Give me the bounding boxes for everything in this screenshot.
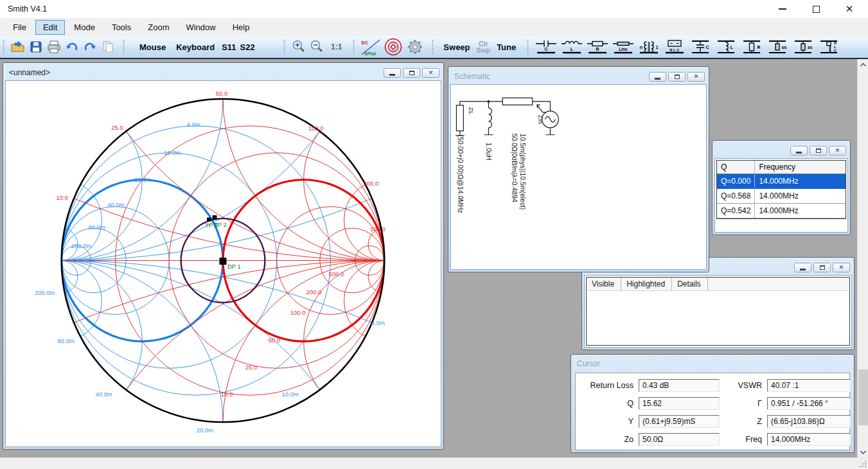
cursor-field-value[interactable]: (0.61+j9.59)mS bbox=[639, 415, 720, 428]
cursor-field-value[interactable]: 0.43 dB bbox=[639, 379, 720, 392]
details-table-body[interactable] bbox=[587, 291, 849, 345]
shunt-rlc-button[interactable]: RLC bbox=[816, 37, 842, 57]
zoom-1-1-button[interactable]: 1:1 bbox=[326, 42, 347, 51]
datapoints-column-q[interactable]: Q bbox=[717, 161, 755, 174]
svg-text:1.0uH: 1.0uH bbox=[485, 143, 492, 161]
close-button[interactable]: ✕ bbox=[833, 263, 850, 272]
close-button[interactable]: ✕ bbox=[687, 72, 705, 82]
smith-chart-window: <unnamed> ✕ 10.025.050.0100.0200.0500.01… bbox=[3, 62, 444, 450]
svg-text:100.0: 100.0 bbox=[290, 309, 306, 316]
scroll-up-button[interactable] bbox=[858, 59, 868, 70]
datapoints-table[interactable]: QFrequency Q=0.00014.000MHzQ=0.56814.000… bbox=[717, 161, 846, 218]
svg-text:C: C bbox=[834, 49, 837, 53]
copy-button[interactable] bbox=[99, 38, 117, 56]
transmission-line-button[interactable]: Line bbox=[610, 37, 636, 57]
svg-text:DP 1: DP 1 bbox=[227, 263, 241, 270]
menu-edit[interactable]: Edit bbox=[35, 20, 65, 35]
cursor-field-value[interactable]: 15.62 bbox=[639, 397, 720, 410]
menu-zoom[interactable]: Zoom bbox=[140, 20, 177, 35]
details-column-details[interactable]: Details bbox=[672, 278, 708, 290]
cursor-field-value[interactable]: 0.951 / -51.266 ° bbox=[767, 397, 851, 410]
minimize-button[interactable] bbox=[775, 2, 790, 16]
maximize-button[interactable] bbox=[809, 2, 823, 16]
cursor-field-value[interactable]: (6.65-j103.86)Ω bbox=[767, 415, 851, 428]
datapoints-window-titlebar[interactable]: ✕ bbox=[714, 143, 848, 158]
save-button[interactable] bbox=[27, 38, 45, 56]
status-bar bbox=[0, 457, 868, 469]
cursor-field-value[interactable]: 40.07 :1 bbox=[767, 379, 851, 392]
cursor-field-value[interactable]: 14.000MHz bbox=[767, 433, 851, 446]
series-resistor-button[interactable]: R bbox=[585, 37, 610, 57]
menu-mode[interactable]: Mode bbox=[66, 20, 103, 35]
details-table-header[interactable]: VisibleHighlightedDetails bbox=[587, 278, 849, 291]
series-rlc-button[interactable]: R L C bbox=[662, 37, 687, 57]
schematic-svg: ZL(50.00+j0.00)Ω@14.0MHz1.0uH50.0Ω|0dB/m… bbox=[451, 85, 706, 269]
menu-help[interactable]: Help bbox=[225, 20, 258, 35]
tune-button[interactable]: Tune bbox=[492, 40, 521, 55]
series-rlc-icon: R L C bbox=[664, 39, 686, 55]
s11-button[interactable]: S11 bbox=[220, 40, 238, 55]
cursor-field-value[interactable]: 50.0Ω bbox=[639, 433, 720, 446]
shunt-resistor-button[interactable]: R bbox=[739, 37, 765, 57]
menu-tools[interactable]: Tools bbox=[104, 20, 139, 35]
short-stub-button[interactable]: ss bbox=[790, 37, 816, 57]
svg-text:4.0m: 4.0m bbox=[187, 121, 200, 128]
resize-grip-icon[interactable] bbox=[859, 460, 866, 467]
series-capacitor-button[interactable]: C bbox=[533, 37, 559, 57]
short-stub-icon: ss bbox=[792, 39, 814, 55]
details-column-visible[interactable]: Visible bbox=[587, 278, 621, 290]
redo-button[interactable] bbox=[81, 38, 99, 56]
details-column-highlighted[interactable]: Highlighted bbox=[621, 278, 672, 290]
scroll-down-button[interactable] bbox=[858, 447, 868, 457]
scrollbar-thumb[interactable] bbox=[858, 369, 868, 425]
restore-button[interactable] bbox=[403, 68, 420, 78]
vertical-scrollbar[interactable] bbox=[857, 59, 868, 457]
svg-text:25.0: 25.0 bbox=[245, 364, 257, 371]
menu-window[interactable]: Window bbox=[178, 20, 223, 35]
minimize-button[interactable] bbox=[790, 146, 808, 155]
datapoint-row[interactable]: Q=0.00014.000MHz bbox=[717, 174, 846, 189]
zoom-in-button[interactable] bbox=[290, 38, 308, 56]
svg-text:80.0m: 80.0m bbox=[58, 337, 75, 344]
mouse-button[interactable]: Mouse bbox=[134, 40, 171, 55]
file-toolbar-section bbox=[0, 36, 120, 58]
series-inductor-button[interactable]: L bbox=[559, 37, 585, 57]
restore-button[interactable] bbox=[668, 72, 686, 82]
clear-sweep-button[interactable]: Clr Swp bbox=[475, 40, 492, 53]
settings-button[interactable] bbox=[404, 38, 426, 56]
restore-button[interactable] bbox=[810, 146, 827, 155]
schematic-canvas[interactable]: ZL(50.00+j0.00)Ω@14.0MHz1.0uH50.0Ω|0dB/m… bbox=[450, 84, 707, 270]
shunt-capacitor-button[interactable]: C bbox=[687, 37, 713, 57]
smith-chart-button[interactable] bbox=[382, 38, 404, 56]
undo-button[interactable] bbox=[63, 38, 81, 56]
smith-window-title: <unnamed> bbox=[9, 68, 50, 77]
schematic-window-titlebar[interactable]: Schematic ✕ bbox=[450, 69, 707, 84]
svg-text:C: C bbox=[706, 45, 709, 49]
close-button[interactable]: ✕ bbox=[422, 68, 439, 78]
keyboard-button[interactable]: Keyboard bbox=[171, 40, 220, 55]
datapoint-row[interactable]: Q=0.54214.000MHz bbox=[717, 204, 846, 218]
smith-window-titlebar[interactable]: <unnamed> ✕ bbox=[5, 65, 441, 80]
smith-chart-canvas[interactable]: 10.025.050.0100.0200.0500.010.025.050.01… bbox=[5, 80, 441, 447]
open-file-button[interactable] bbox=[9, 38, 27, 56]
sc-splot-toggle-button[interactable]: SC SPlot bbox=[359, 38, 382, 56]
restore-button[interactable] bbox=[813, 263, 831, 272]
close-button[interactable]: ✕ bbox=[829, 146, 846, 155]
chevron-up-icon bbox=[860, 62, 867, 67]
print-button[interactable] bbox=[45, 38, 63, 56]
minimize-button[interactable] bbox=[649, 72, 666, 82]
minimize-button[interactable] bbox=[794, 263, 811, 272]
s22-button[interactable]: S22 bbox=[238, 40, 257, 55]
shunt-inductor-button[interactable]: L bbox=[713, 37, 739, 57]
open-stub-button[interactable]: os bbox=[765, 37, 790, 57]
transformer-button[interactable]: n1 bbox=[636, 37, 662, 57]
datapoints-column-frequency[interactable]: Frequency bbox=[755, 161, 846, 174]
menu-file[interactable]: File bbox=[5, 20, 34, 35]
cursor-window-titlebar[interactable]: Cursor bbox=[573, 357, 852, 371]
sweep-button[interactable]: Sweep bbox=[438, 40, 475, 55]
minimize-button[interactable] bbox=[384, 68, 401, 78]
mode-toolbar-section: Mouse Keyboard S11 S22 bbox=[120, 36, 281, 58]
zoom-out-button[interactable] bbox=[308, 38, 326, 56]
close-icon[interactable]: ✕ bbox=[842, 2, 856, 16]
datapoint-row[interactable]: Q=0.56814.000MHz bbox=[717, 189, 846, 204]
